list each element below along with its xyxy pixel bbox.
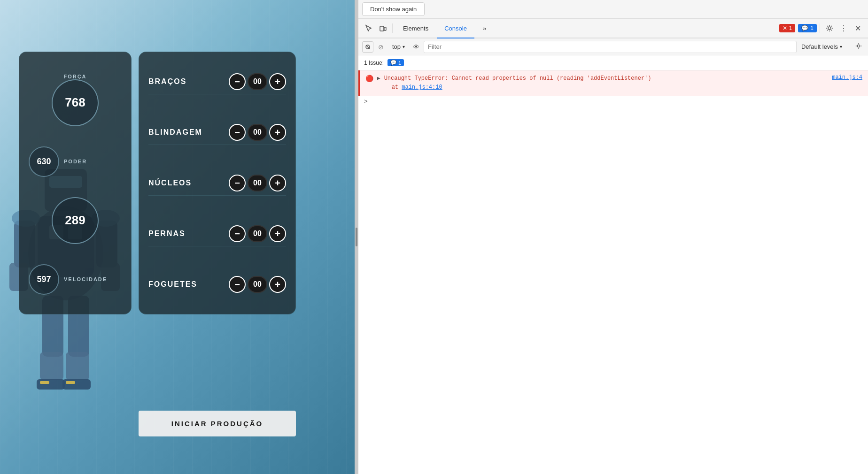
control-nucleos-label: NÚCLEOS [148, 179, 192, 187]
svg-rect-16 [37, 379, 65, 390]
stat-forca-label: FORÇA [63, 74, 86, 79]
control-pernas-stepper: − 00 + [229, 225, 286, 242]
more-options-button[interactable]: ⋮ [837, 22, 850, 35]
error-stack-link[interactable]: main.js:4:10 [402, 84, 442, 91]
error-count: 1 [789, 25, 792, 31]
devtools-panel: Don't show again Elements Console » ✕ 1 … [358, 0, 868, 474]
console-prompt-icon[interactable]: > [364, 98, 368, 105]
control-row-nucleos: NÚCLEOS − 00 + [148, 171, 286, 196]
stat-forca-value: 768 [65, 95, 85, 110]
game-panel: FORÇA 768 630 PODER 289 597 VELOCIDADE [0, 0, 355, 474]
control-bracos-label: BRAÇOS [148, 77, 186, 86]
bracos-decrement-button[interactable]: − [229, 73, 246, 90]
svg-rect-11 [66, 352, 89, 380]
stat-poder-circle: 630 [29, 146, 59, 177]
bracos-value: 00 [248, 73, 267, 90]
stat-forca-circle: 768 [52, 79, 99, 126]
eye-button[interactable]: 👁 [411, 41, 422, 53]
stat-mid-circle: 289 [52, 197, 99, 244]
control-nucleos-stepper: − 00 + [229, 175, 286, 191]
control-foguetes-label: FOGUETES [148, 280, 197, 289]
control-blindagem-stepper: − 00 + [229, 124, 286, 141]
svg-point-22 [828, 27, 831, 30]
start-production-button[interactable]: INICIAR PRODUÇÃO [139, 411, 296, 436]
default-levels-label: Default levels [801, 43, 838, 50]
pernas-increment-button[interactable]: + [269, 225, 286, 242]
error-icon-x: ✕ [783, 25, 787, 31]
console-content: 🔴 ▶ Uncaught TypeError: Cannot read prop… [358, 70, 868, 474]
clear-console-button[interactable] [362, 41, 373, 53]
inspect-element-button[interactable] [362, 22, 375, 35]
blindagem-decrement-button[interactable]: − [229, 124, 246, 141]
blindagem-increment-button[interactable]: + [269, 124, 286, 141]
bracos-increment-button[interactable]: + [269, 73, 286, 90]
warning-icon: 💬 [801, 25, 808, 31]
console-input-row: > [358, 96, 868, 107]
divider-handle [356, 228, 357, 246]
stat-velocidade-circle: 597 [29, 264, 59, 295]
device-toolbar-button[interactable] [376, 22, 389, 35]
stat-velocidade: 597 VELOCIDADE [24, 264, 126, 295]
nucleos-increment-button[interactable]: + [269, 175, 286, 191]
error-badge[interactable]: ✕ 1 [779, 24, 796, 32]
error-row: 🔴 ▶ Uncaught TypeError: Cannot read prop… [358, 70, 868, 96]
dont-show-again-button[interactable]: Don't show again [362, 2, 425, 16]
nucleos-decrement-button[interactable]: − [229, 175, 246, 191]
foguetes-increment-button[interactable]: + [269, 276, 286, 293]
console-toolbar-separator [849, 42, 849, 52]
stat-poder-label: PODER [64, 159, 87, 164]
svg-rect-18 [40, 381, 49, 384]
blindagem-value: 00 [248, 124, 267, 141]
context-selector[interactable]: top ▾ [388, 42, 409, 52]
chevron-down-icon: ▾ [403, 44, 405, 49]
settings-button[interactable] [823, 22, 836, 35]
nucleos-value: 00 [248, 175, 267, 191]
close-devtools-button[interactable]: ✕ [851, 22, 864, 35]
error-circle-icon: 🔴 [365, 75, 373, 83]
svg-rect-17 [62, 379, 91, 390]
stats-panel: FORÇA 768 630 PODER 289 597 VELOCIDADE [19, 52, 132, 314]
stat-mid: 289 [24, 197, 126, 244]
console-settings-button[interactable] [853, 41, 864, 53]
issue-badge[interactable]: 💬 1 [388, 59, 404, 66]
warning-badge[interactable]: 💬 1 [798, 24, 817, 32]
toolbar-separator-2 [820, 23, 820, 33]
stat-mid-value: 289 [65, 213, 85, 228]
start-production-label: INICIAR PRODUÇÃO [171, 420, 264, 428]
tab-console[interactable]: Console [437, 19, 474, 38]
error-expand-icon[interactable]: ▶ [377, 75, 380, 81]
block-button[interactable]: ⊘ [375, 41, 387, 53]
control-row-blindagem: BLINDAGEM − 00 + [148, 120, 286, 145]
control-blindagem-label: BLINDAGEM [148, 128, 202, 137]
foguetes-value: 00 [248, 276, 267, 293]
control-row-bracos: BRAÇOS − 00 + [148, 69, 286, 94]
stat-velocidade-label: VELOCIDADE [64, 276, 107, 282]
control-row-pernas: PERNAS − 00 + [148, 222, 286, 246]
error-file-link[interactable]: main.js:4 [832, 74, 862, 81]
tab-elements[interactable]: Elements [395, 19, 436, 38]
pernas-value: 00 [248, 225, 267, 242]
toolbar-separator-1 [392, 23, 393, 33]
panel-divider[interactable] [355, 0, 358, 474]
issue-label: 1 Issue: [364, 60, 384, 66]
control-pernas-label: PERNAS [148, 229, 186, 238]
svg-rect-9 [40, 352, 63, 380]
error-message-main: Uncaught TypeError: Cannot read properti… [384, 75, 651, 82]
stat-forca: FORÇA 768 [24, 72, 126, 126]
svg-point-25 [857, 45, 860, 47]
stat-poder: 630 PODER [24, 146, 126, 177]
default-levels-button[interactable]: Default levels ▾ [798, 42, 845, 52]
pernas-decrement-button[interactable]: − [229, 225, 246, 242]
svg-rect-19 [66, 381, 75, 384]
error-message-text: Uncaught TypeError: Cannot read properti… [384, 74, 829, 92]
svg-rect-21 [384, 27, 386, 31]
devtools-topbar: Don't show again [358, 0, 868, 19]
issue-bar: 1 Issue: 💬 1 [358, 55, 868, 70]
levels-chevron-icon: ▾ [840, 44, 842, 49]
tab-more[interactable]: » [475, 19, 494, 38]
filter-input[interactable] [424, 41, 797, 53]
console-toolbar: ⊘ top ▾ 👁 Default levels ▾ [358, 38, 868, 55]
error-stack-at: at [384, 84, 402, 91]
control-bracos-stepper: − 00 + [229, 73, 286, 90]
foguetes-decrement-button[interactable]: − [229, 276, 246, 293]
